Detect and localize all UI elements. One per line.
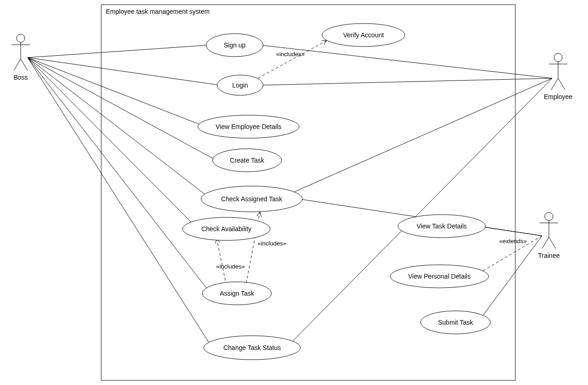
assoc-boss-createtask: [28, 58, 216, 160]
actor-employee: Employee: [544, 53, 572, 100]
svg-text:Change Task Status: Change Task Status: [223, 344, 281, 351]
svg-line-40: [549, 237, 556, 249]
assoc-emp-changestatus: [288, 78, 552, 345]
usecase-change-task-status: Change Task Status: [204, 336, 300, 360]
dep-assign-checkassigned-label: «includes»: [258, 240, 286, 247]
usecase-assign-task: Assign Task: [202, 282, 271, 305]
svg-text:Submit Task: Submit Task: [438, 319, 473, 326]
usecase-verify-account: Verify Account: [322, 23, 405, 47]
assoc-emp-signup: [260, 45, 552, 78]
assoc-boss-signup: [28, 45, 208, 58]
actor-boss: Boss: [12, 34, 30, 81]
usecase-signup: Sign up: [206, 34, 263, 57]
assoc-boss-changestatus: [28, 58, 211, 345]
dep-assign-avail: [217, 239, 226, 286]
usecase-create-task: Create Task: [213, 149, 282, 172]
svg-text:Verify Account: Verify Account: [343, 31, 384, 39]
usecase-check-availability: Check Availability: [183, 217, 270, 240]
svg-point-24: [17, 34, 25, 42]
svg-text:Check Assigned Task: Check Assigned Task: [221, 195, 283, 203]
svg-line-33: [551, 78, 558, 90]
svg-text:Login: Login: [232, 82, 248, 89]
svg-text:Assign Task: Assign Task: [220, 290, 254, 297]
usecase-view-personal-details: View Personal Details: [390, 265, 489, 288]
assoc-emp-checkassigned: [288, 78, 552, 195]
assoc-boss-login: [28, 58, 220, 85]
svg-text:Sign up: Sign up: [224, 41, 246, 49]
dep-login-verify: [254, 41, 327, 81]
svg-text:Employee: Employee: [544, 93, 572, 100]
use-case-diagram: Employee task management system «include…: [0, 0, 588, 385]
svg-text:Trainee: Trainee: [538, 252, 560, 259]
svg-text:Boss: Boss: [13, 74, 28, 81]
svg-point-30: [554, 53, 562, 62]
assoc-trainee-viewtask: [477, 226, 542, 236]
usecase-submit-task: Submit Task: [421, 311, 490, 334]
svg-point-36: [545, 212, 553, 221]
svg-line-34: [558, 78, 565, 90]
svg-line-28: [21, 59, 28, 70]
svg-text:View Employee Details: View Employee Details: [216, 123, 282, 130]
dep-trainee-viewpersonal-label: «extends»: [499, 238, 527, 245]
svg-line-27: [14, 59, 21, 70]
dep-assign-avail-label: «includes»: [216, 263, 245, 270]
svg-text:Check Availability: Check Availability: [202, 225, 252, 233]
svg-line-39: [542, 237, 549, 249]
assoc-boss-checkavail: [28, 58, 197, 228]
assoc-emp-login: [260, 78, 552, 85]
svg-text:Create Task: Create Task: [230, 157, 265, 164]
usecase-view-employee-details: View Employee Details: [198, 115, 299, 138]
dep-login-verify-label: «includes»: [276, 51, 305, 58]
usecase-view-task-details: View Task Details: [398, 215, 485, 238]
system-title: Employee task management system: [106, 8, 210, 15]
usecase-check-assigned-task: Check Assigned Task: [201, 186, 302, 212]
usecase-login: Login: [217, 75, 263, 95]
assoc-trainee-submit: [481, 236, 542, 318]
assoc-boss-checkassigned: [28, 58, 206, 195]
svg-text:View Personal Details: View Personal Details: [408, 273, 471, 280]
svg-text:View Task Details: View Task Details: [416, 222, 467, 230]
